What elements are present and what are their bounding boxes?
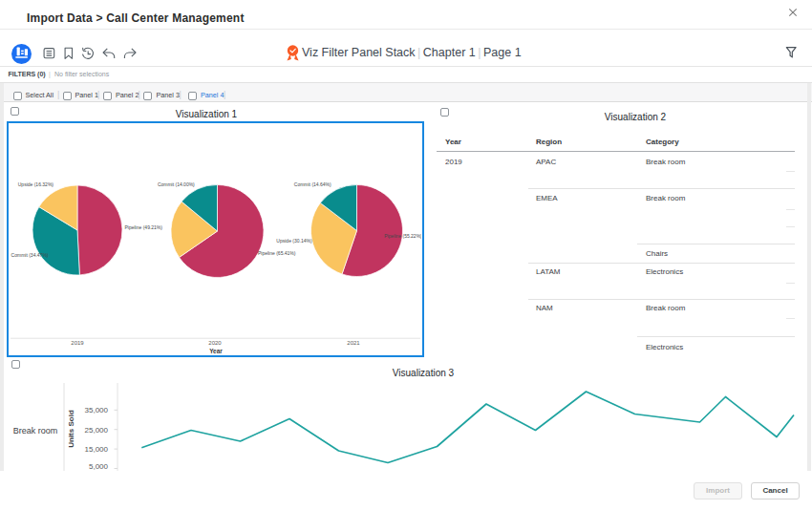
svg-text:15,000: 15,000 — [85, 445, 109, 454]
svg-text:35,000: 35,000 — [85, 406, 109, 414]
svg-text:25,000: 25,000 — [85, 426, 109, 435]
svg-text:5,000: 5,000 — [89, 462, 109, 471]
svg-text:Units Sold: Units Sold — [67, 410, 75, 448]
svg-text:Break room: Break room — [13, 426, 58, 436]
